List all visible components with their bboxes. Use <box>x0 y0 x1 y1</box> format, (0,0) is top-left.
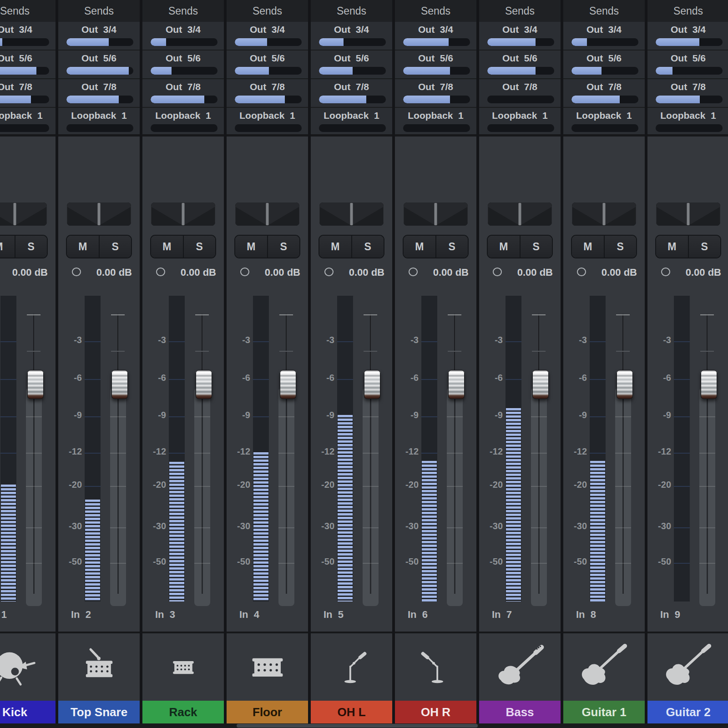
send-level-bar[interactable] <box>235 67 302 75</box>
send-level-bar[interactable] <box>151 67 217 75</box>
fader-slot[interactable] <box>447 388 463 606</box>
solo-button[interactable]: S <box>184 236 216 258</box>
pan-balance-control[interactable] <box>0 202 47 226</box>
fader-slot[interactable] <box>26 388 42 606</box>
fader-cap[interactable] <box>448 370 465 399</box>
track-name-tag[interactable]: Bass <box>479 701 561 723</box>
volume-value[interactable]: 0.00 dB <box>517 267 553 278</box>
fader-slot[interactable] <box>699 388 715 606</box>
track-name-tag[interactable]: Floor <box>227 701 308 723</box>
fader-slot[interactable] <box>110 388 126 606</box>
send-level-bar[interactable] <box>235 96 302 103</box>
horizontal-scrollbar[interactable] <box>0 723 728 728</box>
fader-slot[interactable] <box>531 388 547 606</box>
solo-button[interactable]: S <box>605 236 637 258</box>
volume-value[interactable]: 0.00 dB <box>686 267 721 278</box>
fader-cap[interactable] <box>532 370 549 399</box>
scrollbar-thumb[interactable] <box>237 724 478 728</box>
send-level-bar[interactable] <box>403 67 470 75</box>
send-level-bar[interactable] <box>0 124 49 132</box>
send-level-bar[interactable] <box>151 38 217 46</box>
fader-cap[interactable] <box>196 370 212 399</box>
send-level-bar[interactable] <box>487 96 554 103</box>
volume-value[interactable]: 0.00 dB <box>181 267 216 278</box>
mute-button[interactable]: M <box>404 236 436 258</box>
send-level-bar[interactable] <box>656 38 723 46</box>
track-name-tag[interactable]: Kick <box>0 701 56 723</box>
mute-button[interactable]: M <box>235 236 268 258</box>
send-level-bar[interactable] <box>151 124 217 132</box>
track-name-tag[interactable]: Top Snare <box>58 701 140 723</box>
solo-button[interactable]: S <box>15 236 47 258</box>
volume-value[interactable]: 0.00 dB <box>12 267 48 278</box>
mute-button[interactable]: M <box>0 236 15 258</box>
send-level-bar[interactable] <box>571 96 638 103</box>
mute-button[interactable]: M <box>319 236 352 258</box>
pan-balance-control[interactable] <box>488 202 552 226</box>
send-level-bar[interactable] <box>319 38 386 46</box>
fader-slot[interactable] <box>363 388 379 606</box>
send-level-bar[interactable] <box>235 38 302 46</box>
solo-button[interactable]: S <box>436 236 468 258</box>
track-name-tag[interactable]: Rack <box>142 701 224 723</box>
pan-balance-control[interactable] <box>151 202 215 226</box>
send-level-bar[interactable] <box>66 67 133 75</box>
track-name-tag[interactable]: OH L <box>311 701 392 723</box>
send-level-bar[interactable] <box>571 38 638 46</box>
volume-value[interactable]: 0.00 dB <box>96 267 132 278</box>
send-level-bar[interactable] <box>487 124 554 132</box>
send-level-bar[interactable] <box>656 124 723 132</box>
fader-cap[interactable] <box>364 370 380 399</box>
send-level-bar[interactable] <box>66 96 133 103</box>
volume-value[interactable]: 0.00 dB <box>433 267 469 278</box>
send-level-bar[interactable] <box>0 38 49 46</box>
send-level-bar[interactable] <box>66 124 133 132</box>
send-level-bar[interactable] <box>0 96 49 103</box>
mute-button[interactable]: M <box>151 236 184 258</box>
track-name-tag[interactable]: Guitar 2 <box>647 701 728 723</box>
send-level-bar[interactable] <box>487 38 554 46</box>
send-level-bar[interactable] <box>66 38 133 46</box>
send-level-bar[interactable] <box>319 124 386 132</box>
fader-cap[interactable] <box>280 370 296 399</box>
send-level-bar[interactable] <box>656 67 723 75</box>
mute-button[interactable]: M <box>656 236 689 258</box>
send-level-bar[interactable] <box>571 124 638 132</box>
volume-value[interactable]: 0.00 dB <box>265 267 300 278</box>
mute-button[interactable]: M <box>572 236 605 258</box>
fader-cap[interactable] <box>617 370 633 399</box>
pan-balance-control[interactable] <box>319 202 384 226</box>
pan-balance-control[interactable] <box>404 202 468 226</box>
fader-cap[interactable] <box>27 370 44 399</box>
send-level-bar[interactable] <box>403 96 470 103</box>
send-level-bar[interactable] <box>0 67 49 75</box>
pan-balance-control[interactable] <box>656 202 720 226</box>
pan-balance-control[interactable] <box>235 202 299 226</box>
track-name-tag[interactable]: Guitar 1 <box>563 701 645 723</box>
send-level-bar[interactable] <box>656 96 723 103</box>
solo-button[interactable]: S <box>100 236 131 258</box>
solo-button[interactable]: S <box>521 236 552 258</box>
fader-slot[interactable] <box>194 388 210 606</box>
solo-button[interactable]: S <box>268 236 300 258</box>
send-level-bar[interactable] <box>319 67 386 75</box>
volume-value[interactable]: 0.00 dB <box>349 267 384 278</box>
mute-button[interactable]: M <box>488 236 521 258</box>
fader-cap[interactable] <box>701 370 717 399</box>
fader-slot[interactable] <box>615 388 631 606</box>
solo-button[interactable]: S <box>352 236 384 258</box>
send-level-bar[interactable] <box>487 67 554 75</box>
send-level-bar[interactable] <box>403 124 470 132</box>
solo-button[interactable]: S <box>689 236 721 258</box>
send-level-bar[interactable] <box>571 67 638 75</box>
volume-value[interactable]: 0.00 dB <box>602 267 637 278</box>
send-level-bar[interactable] <box>403 38 470 46</box>
send-level-bar[interactable] <box>319 96 386 103</box>
send-level-bar[interactable] <box>235 124 302 132</box>
send-level-bar[interactable] <box>151 96 217 103</box>
fader-cap[interactable] <box>111 370 128 399</box>
pan-balance-control[interactable] <box>572 202 636 226</box>
mute-button[interactable]: M <box>67 236 100 258</box>
fader-slot[interactable] <box>278 388 294 606</box>
pan-balance-control[interactable] <box>67 202 131 226</box>
